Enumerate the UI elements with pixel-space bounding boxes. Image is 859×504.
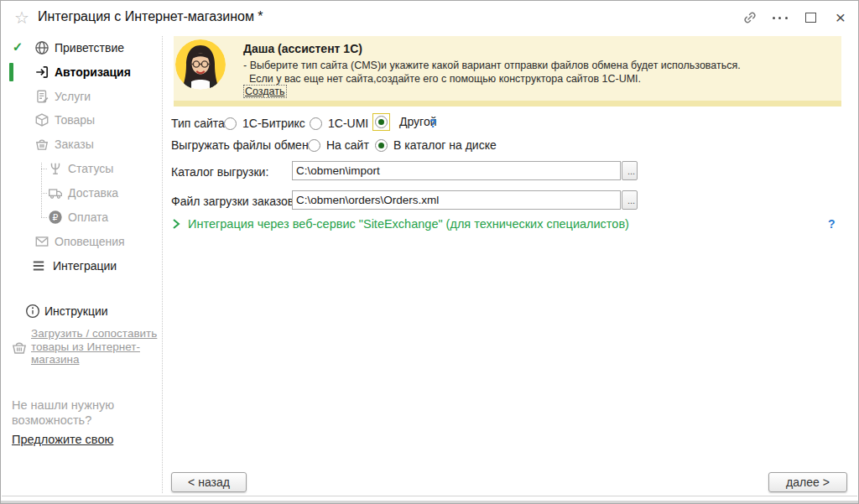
assistant-message-line2: Если у вас еще нет сайта,создайте его с … — [249, 73, 641, 85]
sidebar-step-notifications[interactable]: Оповещения — [1, 231, 162, 252]
step-label: Статусы — [68, 162, 113, 175]
chevron-right-icon — [172, 219, 180, 229]
favorite-star-icon[interactable]: ☆ — [14, 8, 29, 28]
sidebar-step-delivery[interactable]: Доставка — [1, 183, 162, 203]
services-icon — [34, 89, 49, 104]
tree-dash — [41, 169, 47, 169]
exchange-mode-label: Выгружать файлы обмена: — [171, 138, 318, 152]
basket-icon — [34, 137, 49, 152]
export-catalog-label: Каталог выгрузки: — [171, 165, 268, 179]
item-label: Инструкции — [44, 304, 108, 318]
mail-icon — [34, 234, 49, 249]
radio-1c-bitrix[interactable]: 1С-Битрикс — [224, 115, 305, 132]
current-step-marker — [9, 63, 13, 81]
svg-text:₽: ₽ — [53, 212, 59, 222]
kebab-menu-icon[interactable] — [771, 8, 789, 27]
close-icon[interactable]: × — [831, 8, 850, 27]
radio-label: 1C-UMI — [328, 117, 368, 130]
payment-icon: ₽ — [48, 210, 63, 225]
sidebar-step-statuses[interactable]: Статусы — [1, 158, 162, 179]
suggest-feature-link[interactable]: Предложите свою — [12, 433, 113, 446]
site-type-label: Тип сайта: — [171, 117, 228, 130]
item-label: Интеграции — [53, 259, 117, 273]
site-type-help-icon[interactable]: ? — [430, 117, 437, 130]
sidebar-step-goods[interactable]: Товары — [1, 110, 162, 130]
menu-lines-icon — [31, 258, 46, 273]
cart-icon — [11, 340, 28, 356]
globe-icon — [34, 40, 49, 55]
maximize-icon[interactable] — [801, 8, 820, 27]
radio-other[interactable]: Другой — [372, 113, 437, 130]
radio-circle[interactable] — [310, 117, 322, 130]
focus-ring — [372, 113, 390, 131]
radio-label: На сайт — [326, 138, 369, 152]
footer-divider — [2, 496, 857, 496]
step-label: Приветствие — [55, 41, 124, 55]
assistant-box-strip — [174, 101, 841, 107]
webservice-link-label: Интеграция через веб-сервис "SiteExchang… — [188, 217, 629, 231]
sidebar-step-payment[interactable]: ₽ Оплата — [1, 207, 162, 227]
sidebar-item-integrations[interactable]: Интеграции — [1, 256, 162, 276]
tree-dash — [41, 193, 47, 194]
sidebar-step-orders[interactable]: Заказы — [1, 134, 162, 154]
radio-circle[interactable] — [308, 139, 320, 152]
sidebar-step-greeting[interactable]: ✓ Приветствие — [1, 38, 162, 58]
create-site-link[interactable]: Создать — [243, 85, 287, 98]
goods-icon — [34, 112, 49, 127]
radio-label: 1С-Битрикс — [242, 117, 305, 130]
export-catalog-browse-button[interactable]: ... — [622, 161, 638, 180]
assistant-avatar — [175, 39, 226, 90]
tree-dash — [41, 217, 47, 218]
title-bar: ☆ Интеграция с Интернет-магазином * × — [1, 1, 858, 34]
step-label: Доставка — [68, 186, 118, 200]
step-label: Оповещения — [55, 235, 125, 248]
load-products-link[interactable]: Загрузить / сопоставить товары из Интерн… — [31, 327, 159, 366]
webservice-help-icon[interactable]: ? — [828, 217, 836, 231]
sidebar-divider — [162, 36, 163, 493]
window-bottom-edge — [1, 501, 858, 503]
login-icon — [34, 65, 49, 80]
orders-file-input[interactable] — [292, 190, 621, 210]
link-icon[interactable] — [741, 8, 759, 27]
sidebar-step-services[interactable]: Услуги — [1, 86, 162, 107]
sidebar-item-instructions[interactable]: Инструкции — [1, 301, 162, 321]
export-catalog-input[interactable] — [292, 161, 621, 180]
radio-to-site[interactable]: На сайт — [308, 137, 369, 153]
step-label: Заказы — [55, 138, 94, 151]
step-label: Товары — [55, 113, 95, 127]
step-label: Оплата — [68, 210, 108, 224]
webservice-expand-link[interactable]: Интеграция через веб-сервис "SiteExchang… — [172, 217, 629, 231]
sidebar-step-authorization[interactable]: Авторизация — [1, 62, 162, 82]
next-button[interactable]: далее > — [768, 472, 847, 492]
step-done-check-icon: ✓ — [9, 39, 26, 55]
window-title: Интеграция с Интернет-магазином * — [38, 9, 263, 24]
radio-to-disk-catalog[interactable]: В каталог на диске — [375, 137, 497, 153]
step-label: Услуги — [55, 90, 91, 103]
assistant-name: Даша (ассистент 1С) — [243, 42, 362, 55]
orders-file-label: Файл загрузки заказов: — [171, 195, 297, 208]
orders-file-browse-button[interactable]: ... — [622, 190, 638, 210]
radio-circle-selected[interactable] — [375, 139, 388, 152]
radio-circle[interactable] — [224, 117, 237, 130]
back-button[interactable]: < назад — [171, 472, 247, 492]
not-found-text: Не нашли нужную возможность? — [12, 397, 159, 428]
delivery-icon — [48, 185, 63, 200]
radio-circle-selected[interactable] — [375, 116, 388, 128]
info-icon — [25, 304, 40, 319]
statuses-icon — [48, 161, 63, 176]
assistant-message-line1: - Выберите тип сайта (CMS)и укажите како… — [243, 60, 741, 71]
radio-label: В каталог на диске — [393, 138, 497, 152]
radio-1c-umi[interactable]: 1C-UMI — [310, 115, 368, 132]
app-window: ☆ Интеграция с Интернет-магазином * × ✓ … — [0, 0, 859, 504]
step-label: Авторизация — [55, 65, 131, 79]
